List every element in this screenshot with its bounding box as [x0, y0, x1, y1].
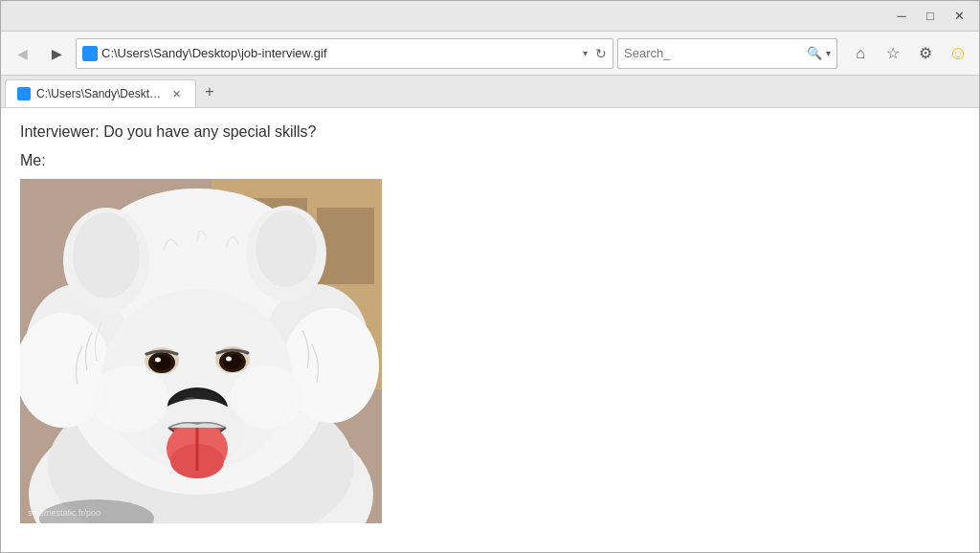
svg-text:smemestatic.fr/poo: smemestatic.fr/poo: [28, 508, 100, 518]
settings-button[interactable]: ⚙: [910, 38, 941, 69]
back-icon: ◀: [17, 46, 28, 61]
active-tab[interactable]: C:\Users\Sandy\Desktop\jo... ✕: [5, 79, 196, 107]
back-button[interactable]: ◀: [7, 38, 37, 69]
tabbar: C:\Users\Sandy\Desktop\jo... ✕ +: [1, 76, 979, 108]
browser-window: ─ □ ✕ ◀ ▶ C:\Users\Sandy\Desktop\job-int…: [0, 0, 980, 553]
favicon-inner: [84, 48, 96, 59]
page-content: Interviewer: Do you have any special ski…: [1, 108, 979, 552]
tab-label: C:\Users\Sandy\Desktop\jo...: [36, 87, 163, 100]
search-input[interactable]: [624, 46, 803, 60]
search-bar[interactable]: 🔍 ▾: [617, 38, 837, 69]
search-icon[interactable]: 🔍: [807, 46, 822, 60]
svg-point-23: [223, 354, 242, 369]
close-button[interactable]: ✕: [947, 6, 971, 27]
toolbar-icons: ⌂ ☆ ⚙ ☺: [845, 38, 973, 69]
minimize-button[interactable]: ─: [889, 6, 914, 27]
svg-point-19: [152, 355, 171, 370]
tab-close-icon[interactable]: ✕: [168, 86, 184, 101]
maximize-button[interactable]: □: [918, 6, 943, 27]
address-favicon: [82, 46, 98, 61]
forward-button[interactable]: ▶: [41, 38, 72, 69]
home-button[interactable]: ⌂: [845, 38, 876, 69]
svg-point-34: [231, 365, 303, 429]
me-text: Me:: [20, 152, 960, 169]
titlebar-buttons: ─ □ ✕: [889, 6, 971, 27]
svg-point-13: [73, 212, 140, 299]
refresh-icon[interactable]: ↻: [595, 46, 607, 61]
svg-point-24: [226, 357, 232, 362]
address-text: C:\Users\Sandy\Desktop\job-interview.gif: [101, 46, 579, 60]
interviewer-text: Interviewer: Do you have any special ski…: [20, 123, 960, 141]
address-bar[interactable]: C:\Users\Sandy\Desktop\job-interview.gif…: [76, 38, 613, 69]
svg-point-20: [155, 358, 161, 363]
titlebar: ─ □ ✕: [1, 1, 979, 32]
navbar: ◀ ▶ C:\Users\Sandy\Desktop\job-interview…: [1, 32, 979, 76]
tab-favicon: [17, 87, 31, 100]
favorites-button[interactable]: ☆: [878, 38, 908, 69]
search-dropdown-icon[interactable]: ▾: [826, 48, 831, 58]
dog-image: smemestatic.fr/poo: [20, 179, 382, 523]
address-dropdown-icon[interactable]: ▾: [583, 48, 588, 58]
forward-icon: ▶: [52, 46, 62, 61]
svg-point-33: [92, 365, 168, 432]
smiley-button[interactable]: ☺: [943, 38, 973, 69]
new-tab-button[interactable]: +: [196, 78, 223, 105]
dog-svg: smemestatic.fr/poo: [20, 179, 382, 523]
svg-point-15: [256, 210, 317, 287]
